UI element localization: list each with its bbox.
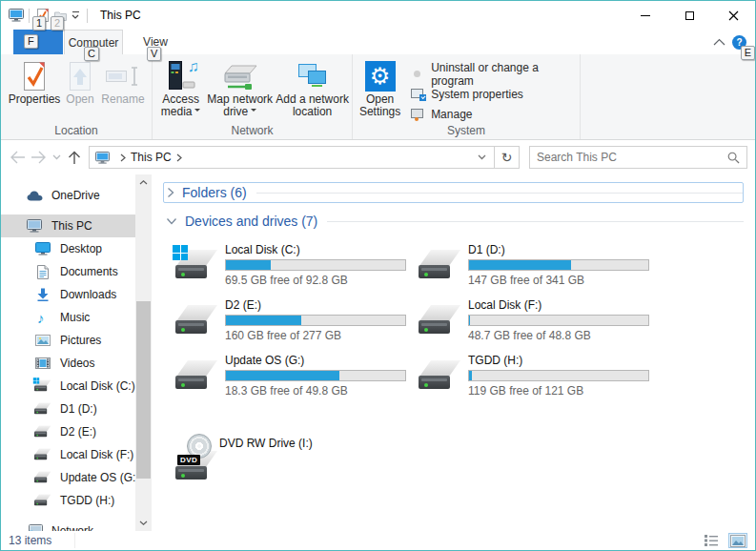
divider <box>87 9 88 23</box>
drive-tile-h[interactable]: TGDD (H:) 119 GB free of 121 GB <box>419 354 662 398</box>
search-box[interactable] <box>529 146 747 169</box>
add-network-location-button[interactable]: Add a network location <box>275 58 350 120</box>
qat-customize-dropdown[interactable] <box>69 6 82 25</box>
hard-drive-icon <box>419 305 462 342</box>
dropdown-arrow-icon <box>251 109 256 114</box>
drive-tile-f[interactable]: Local Disk (F:) 48.7 GB free of 48.8 GB <box>419 298 662 342</box>
sidebar-item-update-os[interactable]: Update OS (G:) <box>1 466 135 489</box>
address-dropdown[interactable] <box>474 154 490 160</box>
chevron-down-icon <box>52 154 61 160</box>
keytip-2: 2 <box>51 16 64 31</box>
sidebar-item-desktop[interactable]: Desktop <box>1 237 135 260</box>
drives-grid: Local Disk (C:) 69.5 GB free of 92.8 GB … <box>175 243 744 398</box>
open-button[interactable]: Open <box>62 58 98 108</box>
title-bar: 1 2 This PC <box>1 1 755 30</box>
recent-locations-dropdown[interactable] <box>49 146 64 169</box>
media-server-icon: ♫ <box>167 60 195 92</box>
sidebar-item-pictures[interactable]: Pictures <box>1 329 135 352</box>
scroll-down-button[interactable] <box>135 515 152 531</box>
search-icon[interactable] <box>727 152 740 164</box>
system-menu-icon[interactable] <box>9 9 24 22</box>
sidebar-item-music[interactable]: ♪ Music <box>1 306 135 329</box>
drive-tile-d[interactable]: D1 (D:) 147 GB free of 341 GB <box>419 243 662 287</box>
search-input[interactable] <box>537 151 727 164</box>
drive-name: TGDD (H:) <box>468 354 649 368</box>
downloads-icon <box>34 287 51 302</box>
desktop-icon <box>34 241 51 256</box>
drive-tile-c[interactable]: Local Disk (C:) 69.5 GB free of 92.8 GB <box>175 243 419 287</box>
ribbon-empty-area <box>581 54 755 139</box>
folders-group-header[interactable]: Folders (6) <box>163 182 744 203</box>
music-note-icon: ♫ <box>188 60 199 72</box>
capacity-bar <box>225 315 406 326</box>
group-label-location: Location <box>1 124 152 137</box>
manage-button[interactable]: Manage <box>407 104 578 124</box>
forward-button[interactable] <box>28 146 49 169</box>
address-bar[interactable]: This PC <box>89 146 495 169</box>
open-settings-button[interactable]: ⚙ Open Settings <box>357 58 403 120</box>
breadcrumb-this-pc[interactable]: This PC <box>131 151 172 164</box>
sidebar-item-tgdd[interactable]: TGDD (H:) <box>1 489 135 512</box>
drive-free-space: 119 GB free of 121 GB <box>468 384 649 398</box>
drive-name: Update OS (G:) <box>225 354 406 368</box>
group-label-network: Network <box>153 124 352 137</box>
status-bar: 13 items <box>1 531 755 550</box>
window-controls <box>623 1 755 30</box>
divider <box>29 9 30 23</box>
minimize-icon <box>641 15 650 16</box>
refresh-button[interactable]: ↻ <box>495 146 520 169</box>
ribbon-group-network: ♫ Access media Map network drive Add a n… <box>153 54 353 139</box>
up-button[interactable] <box>64 146 85 169</box>
dvd-badge: DVD <box>177 455 200 465</box>
sidebar-item-local-disk-f[interactable]: Local Disk (F:) <box>1 443 135 466</box>
capacity-bar <box>468 370 649 381</box>
devices-group-header[interactable]: Devices and drives (7) <box>163 211 744 232</box>
drive-tile-e[interactable]: D2 (E:) 160 GB free of 277 GB <box>175 298 419 342</box>
dvd-drive-tile[interactable]: DVD DVD RW Drive (I:) <box>175 422 419 464</box>
properties-button[interactable]: Properties <box>7 58 62 108</box>
pictures-icon <box>34 333 51 348</box>
drive-free-space: 160 GB free of 277 GB <box>225 329 406 342</box>
capacity-bar-fill <box>226 371 339 380</box>
sidebar-scrollbar[interactable] <box>135 174 152 531</box>
breadcrumb-chevron-icon[interactable] <box>176 153 182 162</box>
qat-new-folder-button[interactable]: 2 <box>51 6 69 25</box>
rename-button[interactable]: Rename <box>98 58 148 108</box>
back-button[interactable] <box>7 146 28 169</box>
large-icons-view-button[interactable] <box>728 533 747 548</box>
scrollbar-thumb[interactable] <box>136 301 151 479</box>
sidebar-item-d2[interactable]: D2 (E:) <box>1 420 135 443</box>
details-view-button[interactable] <box>702 533 721 548</box>
access-media-button[interactable]: ♫ Access media <box>156 58 205 120</box>
sidebar-item-d1[interactable]: D1 (D:) <box>1 398 135 420</box>
navigation-bar: This PC ↻ <box>1 140 755 174</box>
sidebar-item-videos[interactable]: Videos <box>1 352 135 375</box>
keytip-computer: C <box>84 47 99 61</box>
drive-free-space: 147 GB free of 341 GB <box>468 274 649 287</box>
capacity-bar-fill <box>469 260 571 270</box>
this-pc-icon <box>95 152 110 164</box>
sidebar-item-documents[interactable]: Documents <box>1 260 135 283</box>
sidebar-item-onedrive[interactable]: OneDrive <box>1 184 135 207</box>
uninstall-icon <box>411 68 425 81</box>
ribbon-group-location: Properties Open Rename Location <box>1 54 153 139</box>
sidebar-item-local-disk-c[interactable]: Local Disk (C:) <box>1 375 135 398</box>
minimize-ribbon-button[interactable] <box>713 38 726 48</box>
minimize-button[interactable] <box>623 1 667 30</box>
sidebar-item-downloads[interactable]: Downloads <box>1 283 135 306</box>
drive-tile-g[interactable]: Update OS (G:) 18.3 GB free of 49.8 GB <box>175 354 419 398</box>
properties-icon <box>21 60 48 92</box>
map-network-drive-button[interactable]: Map network drive <box>205 58 275 120</box>
breadcrumb-chevron-icon[interactable] <box>120 153 126 162</box>
system-properties-button[interactable]: System properties <box>407 84 578 104</box>
network-drive-icon <box>222 60 258 92</box>
capacity-bar <box>225 259 406 271</box>
uninstall-program-button[interactable]: Uninstall or change a program <box>407 64 578 84</box>
close-button[interactable] <box>711 1 755 30</box>
file-menu-button[interactable] <box>13 30 63 54</box>
scroll-up-button[interactable] <box>135 174 152 191</box>
up-arrow-icon <box>68 151 81 165</box>
maximize-button[interactable] <box>667 1 711 30</box>
sidebar-item-this-pc[interactable]: This PC <box>1 214 135 237</box>
qat-properties-button[interactable]: 1 <box>34 6 51 25</box>
